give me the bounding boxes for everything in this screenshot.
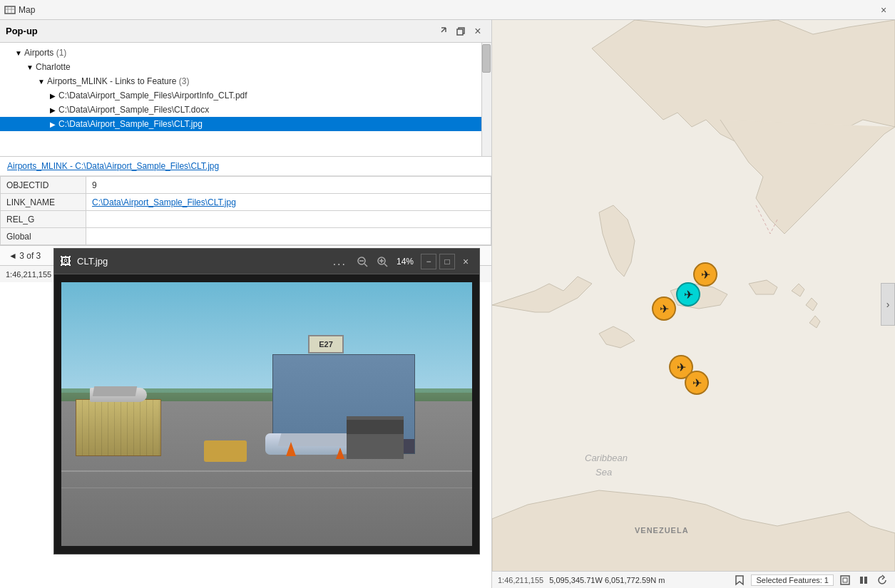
marker-circle-3: ✈	[652, 296, 676, 321]
svg-rect-10	[843, 578, 847, 582]
tree-item-file2[interactable]: ▶ C:\Data\Airport_Sample_Files\CLT.docx	[0, 103, 491, 117]
linkname-field: LINK_NAME	[1, 194, 86, 211]
popup-title: Pop-up	[6, 26, 434, 36]
loading-equipment	[347, 416, 404, 459]
popup-close-button[interactable]: ×	[470, 24, 486, 39]
svg-line-3	[364, 264, 367, 267]
attr-row-linkname: LINK_NAME C:\Data\Airport_Sample_Files\C…	[1, 194, 491, 211]
airport-marker-3[interactable]: ✈	[652, 296, 677, 322]
bookmark-button[interactable]	[732, 573, 747, 587]
map-status-right: Selected Features: 1	[732, 573, 889, 587]
plane-icon-3: ✈	[660, 302, 669, 316]
plane-icon-1: ✈	[701, 268, 710, 282]
tarmac-line2	[61, 488, 472, 488]
scrollbar-thumb	[482, 44, 491, 73]
viewer-zoom-out-button[interactable]	[352, 252, 372, 272]
tree-arrow-file1: ▶	[48, 91, 57, 100]
main-layout: Pop-up × ▼ Airports (1) ▼ Charlotte	[0, 20, 895, 588]
service-vehicle	[204, 440, 247, 462]
objectid-value: 9	[86, 177, 491, 194]
viewer-image-icon: 🖼	[60, 255, 71, 268]
map-status-bar: 1:46,211,155 5,095,345.71W 6,051,772.59N…	[492, 571, 895, 588]
map-scale: 1:46,211,155	[6, 270, 51, 279]
tree-scrollbar[interactable]	[481, 43, 491, 156]
viewer-filename: CLT.jpg	[77, 256, 333, 267]
link-title-link[interactable]: Airports_MLINK - C:\Data\Airport_Sample_…	[7, 161, 219, 171]
relg-value	[86, 211, 491, 228]
file2-label: C:\Data\Airport_Sample_Files\CLT.docx	[58, 105, 209, 115]
pagination-label: ◄ 3 of 3	[9, 251, 41, 261]
tree-arrow-mlink: ▼	[37, 77, 46, 86]
map-panel[interactable]: Caribbean Sea VENEZUELA ✈ ✈ ✈ ✈	[492, 20, 895, 588]
attr-row-global: Global	[1, 228, 491, 245]
plane-icon-5: ✈	[692, 376, 702, 390]
popup-restore-button[interactable]	[453, 24, 469, 39]
tree-item-mlink[interactable]: ▼ Airports_MLINK - Links to Feature (3)	[0, 74, 491, 88]
selected-features-badge: Selected Features: 1	[751, 574, 834, 586]
window-title: Map	[19, 5, 876, 15]
svg-rect-11	[860, 577, 863, 584]
tree-item-file3[interactable]: ▶ C:\Data\Airport_Sample_Files\CLT.jpg	[0, 117, 491, 131]
window-close-button[interactable]: ×	[876, 3, 891, 17]
charlotte-label: Charlotte	[36, 62, 71, 72]
viewer-minimize-button[interactable]: −	[421, 254, 436, 269]
viewer-titlebar: 🖼 CLT.jpg ...	[54, 249, 479, 274]
popup-panel: Pop-up × ▼ Airports (1) ▼ Charlotte	[0, 20, 492, 588]
attr-row-objectid: OBJECTID 9	[1, 177, 491, 194]
map-icon	[4, 4, 16, 16]
attributes-table: OBJECTID 9 LINK_NAME C:\Data\Airport_Sam…	[0, 176, 491, 245]
viewer-close-button[interactable]: ×	[458, 254, 474, 269]
pause-button[interactable]	[856, 573, 871, 587]
small-aircraft	[83, 373, 154, 409]
viewer-image-area: E27	[54, 274, 479, 554]
airport-marker-2[interactable]: ✈	[676, 282, 702, 308]
attr-row-relg: REL_G	[1, 211, 491, 228]
global-field: Global	[1, 228, 86, 245]
tree-item-airports[interactable]: ▼ Airports (1)	[0, 46, 491, 60]
tree-item-file1[interactable]: ▶ C:\Data\Airport_Sample_Files\AirportIn…	[0, 88, 491, 103]
airport-marker-5[interactable]: ✈	[685, 371, 710, 396]
mlink-label: Airports_MLINK - Links to Feature	[47, 76, 176, 86]
map-nav-arrow-right[interactable]: ›	[881, 283, 895, 326]
linkname-value: C:\Data\Airport_Sample_Files\CLT.jpg	[86, 194, 491, 211]
tree-content: ▼ Airports (1) ▼ Charlotte ▼ Airports_ML…	[0, 43, 491, 134]
file1-label: C:\Data\Airport_Sample_Files\AirportInfo…	[58, 91, 247, 100]
tree-arrow-airports: ▼	[14, 48, 23, 57]
sign-e27: E27	[308, 335, 344, 354]
viewer-zoom-level: 14%	[397, 257, 414, 267]
linkname-link[interactable]: C:\Data\Airport_Sample_Files\CLT.jpg	[92, 197, 236, 207]
airports-label: Airports	[24, 48, 53, 58]
tree-item-charlotte[interactable]: ▼ Charlotte	[0, 60, 491, 74]
airports-count: (1)	[56, 48, 67, 58]
viewer-menu-button[interactable]: ...	[333, 255, 347, 268]
attributes-table-wrapper: OBJECTID 9 LINK_NAME C:\Data\Airport_Sam…	[0, 176, 491, 245]
svg-rect-12	[864, 577, 867, 584]
svg-rect-0	[5, 6, 15, 14]
refresh-button[interactable]	[875, 573, 889, 587]
tree-arrow-charlotte: ▼	[26, 63, 34, 71]
mlink-count: (3)	[179, 76, 190, 86]
tree-arrow-file3: ▶	[48, 120, 57, 128]
tree-arrow-file2: ▶	[48, 105, 57, 114]
tarmac-line1	[61, 470, 472, 472]
popup-header: Pop-up ×	[0, 20, 491, 43]
marker-circle-5: ✈	[685, 371, 709, 395]
marker-circle-2: ✈	[676, 282, 700, 306]
svg-rect-9	[841, 576, 849, 584]
svg-rect-1	[457, 29, 463, 35]
file3-label: C:\Data\Airport_Sample_Files\CLT.jpg	[58, 119, 203, 129]
airport-photo: E27	[61, 282, 472, 546]
viewer-zoom-in-button[interactable]	[372, 252, 392, 272]
link-title-area: Airports_MLINK - C:\Data\Airport_Sample_…	[0, 157, 491, 176]
tree-panel: ▼ Airports (1) ▼ Charlotte ▼ Airports_ML…	[0, 43, 491, 157]
relg-field: REL_G	[1, 211, 86, 228]
objectid-field: OBJECTID	[1, 177, 86, 194]
traffic-cone	[286, 442, 296, 456]
extent-button[interactable]	[838, 573, 852, 587]
traffic-cone-2	[336, 448, 344, 459]
viewer-restore-button[interactable]: □	[439, 254, 455, 269]
image-viewer: 🖼 CLT.jpg ...	[53, 248, 480, 555]
popup-minimize-button[interactable]	[436, 24, 451, 39]
plane-icon-2: ✈	[684, 288, 693, 301]
map-scale-status: 1:46,211,155	[498, 576, 543, 584]
